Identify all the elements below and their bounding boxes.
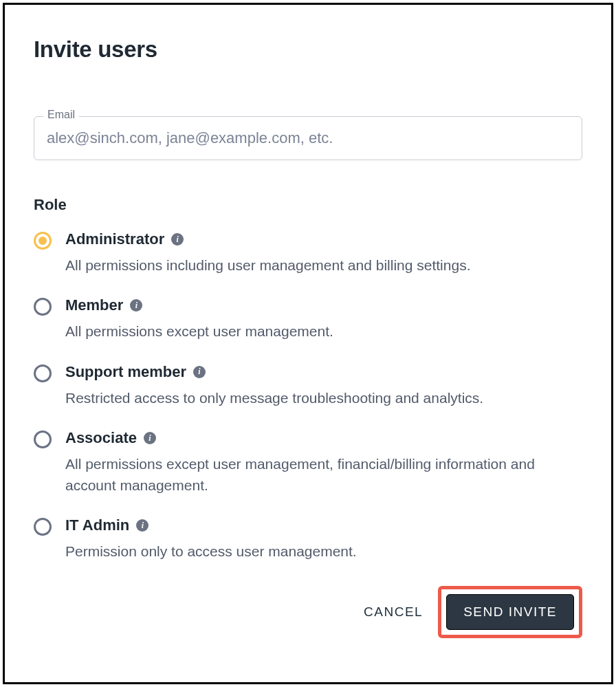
role-description: All permissions including user managemen…: [65, 257, 470, 273]
info-icon[interactable]: i: [171, 233, 184, 246]
dialog-actions: CANCEL SEND INVITE: [34, 586, 582, 638]
role-option-support-member[interactable]: Support member i Restricted access to on…: [34, 363, 582, 408]
role-body: IT Admin i Permission only to access use…: [65, 516, 582, 562]
role-body: Administrator i All permissions includin…: [65, 230, 582, 276]
role-name: Member: [65, 296, 123, 314]
send-invite-highlight: SEND INVITE: [438, 586, 582, 638]
email-field-wrapper: Email: [34, 116, 582, 160]
dialog-title: Invite users: [34, 36, 582, 63]
role-description: Restricted access to only message troubl…: [65, 390, 483, 406]
role-description: Permission only to access user managemen…: [65, 543, 357, 559]
role-name: Support member: [65, 363, 186, 381]
role-name: Associate: [65, 429, 137, 447]
info-icon[interactable]: i: [193, 366, 206, 378]
radio-icon[interactable]: [34, 518, 52, 536]
radio-icon[interactable]: [34, 298, 52, 316]
radio-icon[interactable]: [34, 364, 52, 382]
email-input[interactable]: [34, 116, 582, 160]
role-description: All permissions except user management.: [65, 323, 333, 339]
cancel-button[interactable]: CANCEL: [355, 595, 431, 629]
role-option-administrator[interactable]: Administrator i All permissions includin…: [34, 230, 582, 276]
email-label: Email: [43, 109, 79, 121]
role-body: Member i All permissions except user man…: [65, 296, 582, 342]
role-description: All permissions except user management, …: [65, 456, 535, 492]
role-options-list: Administrator i All permissions includin…: [34, 230, 582, 563]
radio-icon[interactable]: [34, 232, 52, 250]
invite-users-dialog: Invite users Email Role Administrator i …: [3, 3, 613, 684]
role-option-member[interactable]: Member i All permissions except user man…: [34, 296, 582, 342]
role-body: Associate i All permissions except user …: [65, 429, 582, 496]
send-invite-button[interactable]: SEND INVITE: [446, 594, 574, 630]
radio-icon[interactable]: [34, 430, 52, 448]
info-icon[interactable]: i: [130, 299, 142, 312]
role-name: Administrator: [65, 230, 164, 248]
role-heading: Role: [34, 196, 582, 214]
role-body: Support member i Restricted access to on…: [65, 363, 582, 408]
role-option-associate[interactable]: Associate i All permissions except user …: [34, 429, 582, 496]
info-icon[interactable]: i: [136, 519, 148, 532]
role-option-it-admin[interactable]: IT Admin i Permission only to access use…: [34, 516, 582, 562]
info-icon[interactable]: i: [144, 432, 156, 444]
role-name: IT Admin: [65, 516, 129, 534]
